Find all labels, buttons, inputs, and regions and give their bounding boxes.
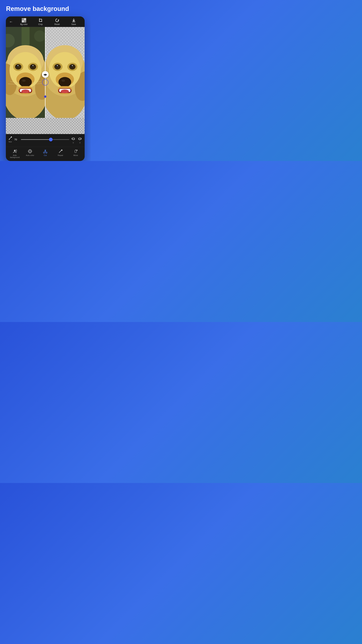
- svg-point-66: [9, 139, 10, 140]
- undo-icon: [71, 137, 75, 142]
- undo-count: 0: [73, 142, 74, 144]
- size-row: Size 70: [8, 136, 69, 143]
- svg-point-29: [17, 65, 18, 66]
- svg-line-68: [16, 150, 17, 150]
- processed-image: [45, 27, 85, 118]
- redo-count: 0: [79, 142, 80, 144]
- svg-point-57: [58, 77, 71, 87]
- brush-circle: [42, 79, 48, 86]
- svg-point-58: [61, 80, 65, 82]
- svg-point-72: [29, 150, 31, 152]
- image-area[interactable]: ◀▶: [6, 27, 85, 134]
- redo-icon: [78, 137, 82, 142]
- size-label: Size: [8, 141, 12, 143]
- original-image: [6, 27, 45, 118]
- nav-item-repair[interactable]: Repair: [53, 148, 68, 157]
- svg-point-78: [46, 152, 47, 153]
- toolbar-item-save[interactable]: Save: [65, 18, 82, 26]
- move-icon: [73, 149, 78, 154]
- size-value: 70: [14, 138, 19, 141]
- svg-point-67: [14, 150, 15, 152]
- svg-line-70: [16, 151, 17, 152]
- svg-point-63: [61, 90, 69, 93]
- toolbar-label-reset: Reset: [54, 23, 60, 26]
- slider-track: [21, 139, 69, 140]
- bg-color-icon: [22, 18, 26, 22]
- bottom-nav: Autobackground Auto color Cut: [6, 147, 85, 161]
- cut-icon: [43, 149, 48, 154]
- redo-button[interactable]: 0: [78, 137, 82, 144]
- toolbar-item-reset[interactable]: Reset: [49, 18, 65, 26]
- slider-thumb[interactable]: [49, 138, 53, 142]
- svg-point-71: [28, 150, 32, 153]
- svg-point-32: [19, 77, 32, 87]
- size-slider[interactable]: [21, 138, 69, 141]
- top-toolbar: ← Bg color Crop: [6, 16, 85, 27]
- auto-color-icon: [28, 149, 32, 154]
- page-title: Remove background: [0, 0, 90, 16]
- nav-label-auto-color: Auto color: [26, 154, 34, 156]
- svg-point-28: [31, 65, 34, 67]
- svg-rect-0: [22, 18, 24, 20]
- svg-point-77: [43, 152, 45, 153]
- svg-point-55: [72, 65, 73, 66]
- divider-handle[interactable]: ◀▶: [42, 71, 49, 86]
- brush-icon: Size: [8, 136, 12, 143]
- svg-point-33: [22, 80, 26, 82]
- nav-label-move: Move: [73, 154, 78, 156]
- nav-item-auto-color[interactable]: Auto color: [22, 148, 38, 157]
- svg-rect-3: [24, 20, 26, 22]
- toolbar-item-bg-color[interactable]: Bg color: [15, 18, 32, 26]
- save-icon: [71, 18, 76, 22]
- svg-line-64: [9, 137, 11, 139]
- crop-icon: [38, 18, 43, 22]
- repair-icon: [58, 149, 63, 154]
- nav-label-repair: Repair: [58, 154, 63, 156]
- nav-item-move[interactable]: Move: [68, 148, 83, 157]
- nav-item-cut[interactable]: Cut: [38, 148, 53, 157]
- nav-label-auto-background: Autobackground: [10, 154, 20, 158]
- control-panel: Size 70 0: [6, 134, 85, 147]
- svg-rect-2: [22, 20, 24, 22]
- arrow-circle: ◀▶: [42, 71, 49, 78]
- bottom-checker: [6, 118, 85, 134]
- svg-point-15: [34, 30, 45, 42]
- svg-point-27: [16, 65, 19, 67]
- svg-point-38: [21, 90, 29, 93]
- svg-point-52: [56, 65, 58, 67]
- reset-icon: [55, 18, 59, 22]
- svg-point-53: [71, 65, 73, 67]
- svg-point-30: [32, 65, 33, 66]
- back-button[interactable]: ←: [8, 19, 13, 25]
- nav-label-cut: Cut: [44, 154, 46, 156]
- toolbar-label-crop: Crop: [38, 23, 42, 26]
- svg-rect-1: [24, 18, 26, 20]
- nav-item-auto-background[interactable]: Autobackground: [7, 148, 22, 159]
- toolbar-label-save: Save: [71, 23, 76, 26]
- position-dot: [44, 96, 46, 98]
- toolbar-item-crop[interactable]: Crop: [32, 18, 49, 26]
- slider-fill: [21, 139, 50, 140]
- svg-point-54: [57, 65, 58, 66]
- toolbar-label-bg-color: Bg color: [20, 23, 27, 26]
- svg-point-65: [11, 136, 12, 138]
- undo-button[interactable]: 0: [71, 137, 75, 144]
- phone-mockup: ← Bg color Crop: [6, 16, 85, 161]
- auto-background-icon: [12, 149, 17, 154]
- undo-redo-group: 0 0: [71, 137, 82, 144]
